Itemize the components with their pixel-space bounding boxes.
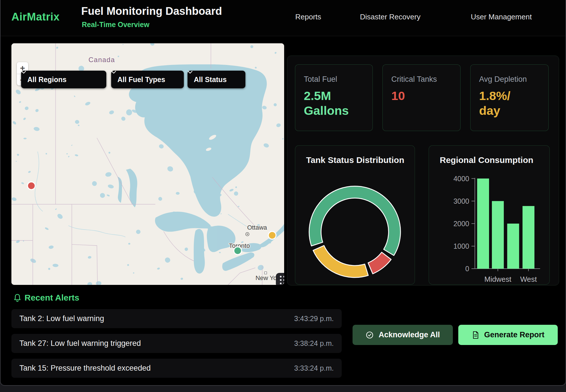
page-title: Fuel Monitoring Dashboard — [81, 5, 222, 17]
tank-status-card: Tank Status Distribution — [295, 145, 415, 285]
bar-1 — [492, 201, 504, 269]
stat-label: Avg Depletion — [479, 75, 540, 84]
generate-report-button[interactable]: Generate Report — [458, 325, 558, 345]
regional-consumption-title: Regional Consumption — [440, 155, 533, 165]
stat-value: 1.8%/​day — [479, 88, 530, 118]
alert-text: Tank 15: Pressure threshold exceeded — [19, 364, 151, 373]
metrics-panel: Total Fuel2.5M GallonsCritical Tanks10Av… — [287, 56, 559, 285]
y-tick-label: 0 — [465, 265, 469, 273]
alert-row[interactable]: Tank 27: Low fuel warning triggered3:38:… — [11, 334, 342, 353]
tank-status-donut-chart — [295, 146, 415, 284]
chevron-down-icon — [188, 71, 193, 74]
dashboard-window: AirMatrix Fuel Monitoring Dashboard Real… — [0, 0, 566, 386]
stat-label: Total Fuel — [304, 75, 364, 84]
map-label-ottawa: Ottawa — [247, 224, 267, 231]
alert-timestamp: 3:33:24 p.m. — [294, 364, 334, 372]
app-header: AirMatrix Fuel Monitoring Dashboard Real… — [1, 0, 565, 36]
tank-status-title: Tank Status Distribution — [306, 155, 404, 165]
map-panel[interactable]: Canada OttawaTorontoNew York + − All Reg… — [11, 43, 284, 285]
screen: AirMatrix Fuel Monitoring Dashboard Real… — [0, 0, 566, 392]
alert-text: Tank 2: Low fuel warning — [19, 314, 104, 323]
map-label-country: Canada — [88, 56, 115, 64]
generate-report-label: Generate Report — [484, 330, 545, 339]
alert-timestamp: 3:43:29 p.m. — [294, 315, 334, 323]
stat-card-critical-tanks: Critical Tanks10 — [382, 64, 461, 131]
alert-row[interactable]: Tank 2: Low fuel warning3:43:29 p.m. — [11, 309, 342, 328]
filter-dropdown-all-regions[interactable]: All Regions — [21, 71, 106, 88]
nav-item-disaster-recovery[interactable]: Disaster Recovery — [360, 13, 420, 21]
bar-2 — [507, 224, 519, 269]
alert-timestamp: 3:38:24 p.m. — [294, 339, 334, 348]
chevron-down-icon — [21, 71, 26, 74]
filter-selected-value: All Regions — [27, 75, 67, 84]
regional-consumption-card: 01000200030004000MidwestWest Regional Co… — [429, 145, 550, 285]
report-document-icon — [472, 331, 480, 339]
donut-segment-warning — [313, 246, 368, 277]
nav-item-user-management[interactable]: User Management — [471, 13, 532, 21]
x-tick-label: Midwest — [484, 275, 511, 283]
filter-dropdown-all-status[interactable]: All Status — [188, 71, 245, 88]
filter-dropdown-all-fuel-types[interactable]: All Fuel Types — [111, 71, 184, 88]
y-tick-label: 1000 — [453, 242, 469, 250]
alert-row[interactable]: Tank 15: Pressure threshold exceeded3:33… — [11, 359, 342, 378]
bell-icon — [13, 293, 22, 303]
lake-michigan — [194, 229, 205, 273]
app-logo[interactable]: AirMatrix — [11, 11, 60, 23]
bar-0 — [477, 179, 489, 269]
donut-segment-normal — [309, 186, 400, 255]
chevron-down-icon — [111, 71, 116, 74]
acknowledge-all-label: Acknowledge All — [378, 330, 440, 339]
tank-marker-warning[interactable] — [268, 232, 276, 239]
page-subtitle: Real-Time Overview — [82, 21, 149, 29]
alert-text: Tank 27: Low fuel warning triggered — [19, 339, 141, 348]
regional-consumption-bar-chart: 01000200030004000MidwestWest — [429, 146, 549, 284]
stat-label: Critical Tanks — [391, 75, 452, 84]
filter-selected-value: All Fuel Types — [117, 75, 165, 84]
tank-marker-critical[interactable] — [28, 182, 35, 190]
stat-card-total-fuel: Total Fuel2.5M Gallons — [295, 64, 373, 131]
nav-item-reports[interactable]: Reports — [295, 13, 321, 21]
y-tick-label: 3000 — [453, 197, 469, 205]
y-tick-label: 2000 — [453, 220, 469, 228]
bar-3 — [522, 206, 534, 269]
acknowledge-all-button[interactable]: Acknowledge All — [353, 325, 453, 345]
check-circle-icon — [365, 331, 374, 339]
tank-marker-normal[interactable] — [234, 247, 242, 255]
resize-grip-icon[interactable] — [276, 273, 284, 285]
alerts-section-title: Recent Alerts — [25, 293, 79, 303]
stat-card-avg-depletion: Avg Depletion1.8%/​day — [470, 64, 549, 131]
donut-segment-critical — [368, 252, 391, 274]
y-tick-label: 4000 — [453, 175, 469, 183]
x-tick-label: West — [520, 275, 537, 283]
stat-value: 2.5M Gallons — [304, 88, 355, 118]
filter-selected-value: All Status — [194, 75, 227, 84]
stat-value: 10 — [391, 88, 443, 103]
